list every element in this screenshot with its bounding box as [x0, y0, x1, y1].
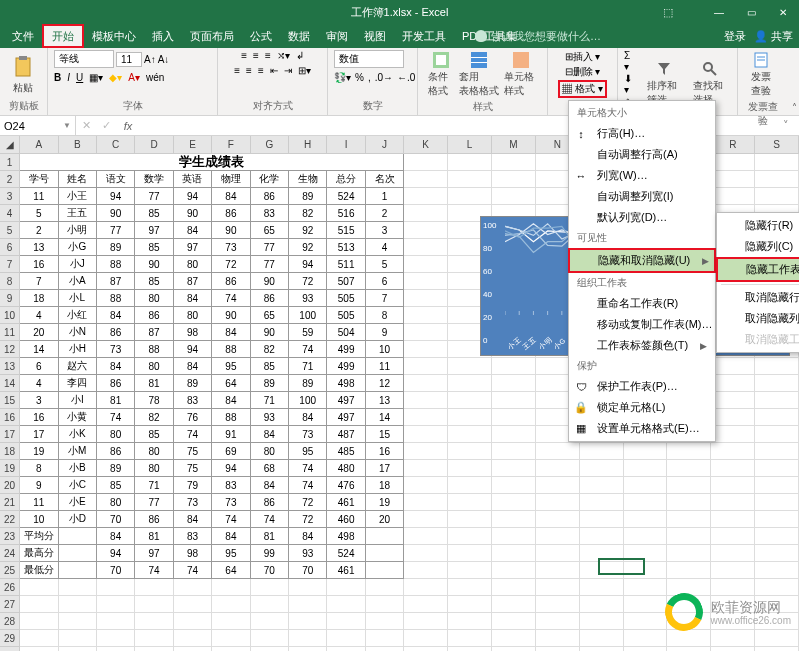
data-cell[interactable]: 80 — [174, 256, 212, 273]
empty-cell[interactable] — [711, 494, 755, 511]
conditional-format-button[interactable]: 条件格式 — [424, 50, 458, 100]
data-cell[interactable]: 89 — [251, 375, 289, 392]
data-cell[interactable]: 99 — [251, 545, 289, 562]
data-cell[interactable]: 74 — [289, 460, 327, 477]
empty-cell[interactable] — [711, 477, 755, 494]
empty-cell[interactable] — [711, 460, 755, 477]
data-cell[interactable]: 74 — [212, 511, 250, 528]
tab-review[interactable]: 审阅 — [318, 24, 356, 48]
data-cell[interactable]: 84 — [97, 528, 135, 545]
empty-cell[interactable] — [135, 647, 173, 651]
data-cell[interactable] — [59, 545, 97, 562]
data-cell[interactable]: 97 — [174, 239, 212, 256]
empty-cell[interactable] — [448, 545, 492, 562]
empty-cell[interactable] — [404, 409, 448, 426]
data-cell[interactable]: 70 — [97, 511, 135, 528]
empty-cell[interactable] — [492, 409, 536, 426]
empty-cell[interactable] — [327, 647, 365, 651]
data-cell[interactable]: 74 — [97, 409, 135, 426]
border-button[interactable]: ▦▾ — [89, 72, 103, 83]
data-cell[interactable]: 4 — [366, 239, 404, 256]
inc-decimal-icon[interactable]: .0→ — [375, 72, 393, 83]
empty-cell[interactable] — [404, 392, 448, 409]
empty-cell[interactable] — [755, 562, 799, 579]
data-cell[interactable]: 20 — [366, 511, 404, 528]
data-cell[interactable]: 85 — [135, 426, 173, 443]
collapse-ribbon-icon[interactable]: ˄ — [792, 102, 797, 113]
data-cell[interactable]: 86 — [251, 494, 289, 511]
data-cell[interactable]: 4 — [20, 375, 58, 392]
data-cell[interactable]: 81 — [135, 375, 173, 392]
data-cell[interactable]: 19 — [366, 494, 404, 511]
empty-cell[interactable] — [755, 460, 799, 477]
table-format-button[interactable]: 套用 表格格式 — [462, 50, 496, 100]
data-cell[interactable]: 460 — [327, 511, 365, 528]
empty-cell[interactable] — [174, 630, 212, 647]
data-cell[interactable]: 5 — [366, 256, 404, 273]
empty-cell[interactable] — [20, 596, 58, 613]
empty-cell[interactable] — [624, 613, 668, 630]
row-header[interactable]: 19 — [0, 460, 20, 477]
empty-cell[interactable] — [448, 528, 492, 545]
empty-cell[interactable] — [492, 562, 536, 579]
empty-cell[interactable] — [135, 596, 173, 613]
data-cell[interactable]: 80 — [174, 307, 212, 324]
data-cell[interactable]: 17 — [366, 460, 404, 477]
data-cell[interactable]: 小黄 — [59, 409, 97, 426]
data-cell[interactable]: 小D — [59, 511, 97, 528]
row-header[interactable]: 4 — [0, 205, 20, 222]
empty-cell[interactable] — [580, 630, 624, 647]
data-cell[interactable]: 89 — [289, 188, 327, 205]
empty-cell[interactable] — [624, 579, 668, 596]
data-cell[interactable]: 79 — [174, 477, 212, 494]
delete-cells-button[interactable]: ⊟删除 ▾ — [565, 65, 601, 79]
data-cell[interactable]: 461 — [327, 562, 365, 579]
data-cell[interactable]: 524 — [327, 545, 365, 562]
data-cell[interactable]: 73 — [97, 341, 135, 358]
data-cell[interactable]: 77 — [135, 494, 173, 511]
menu-unhide-rows[interactable]: 取消隐藏行(O) — [717, 287, 799, 308]
underline-button[interactable]: U — [76, 72, 83, 83]
data-cell[interactable]: 511 — [327, 256, 365, 273]
insert-cells-button[interactable]: ⊞插入 ▾ — [565, 50, 601, 64]
data-cell[interactable]: 9 — [20, 477, 58, 494]
data-cell[interactable]: 20 — [20, 324, 58, 341]
empty-cell[interactable] — [366, 630, 404, 647]
empty-cell[interactable] — [404, 205, 448, 222]
data-cell[interactable] — [59, 528, 97, 545]
align-bottom-icon[interactable]: ≡ — [265, 50, 271, 61]
data-cell[interactable]: 84 — [212, 392, 250, 409]
row-header[interactable]: 26 — [0, 579, 20, 596]
data-cell[interactable]: 93 — [289, 290, 327, 307]
empty-cell[interactable] — [624, 596, 668, 613]
empty-cell[interactable] — [624, 460, 668, 477]
data-cell[interactable]: 82 — [251, 341, 289, 358]
minimize-button[interactable]: — — [703, 0, 735, 24]
empty-cell[interactable] — [20, 579, 58, 596]
row-header[interactable]: 12 — [0, 341, 20, 358]
data-cell[interactable]: 89 — [97, 460, 135, 477]
data-cell[interactable]: 485 — [327, 443, 365, 460]
col-header[interactable]: D — [135, 136, 173, 153]
data-cell[interactable]: 480 — [327, 460, 365, 477]
empty-cell[interactable] — [711, 375, 755, 392]
data-cell[interactable]: 88 — [212, 341, 250, 358]
empty-cell[interactable] — [59, 630, 97, 647]
empty-cell[interactable] — [404, 494, 448, 511]
row-header[interactable]: 17 — [0, 426, 20, 443]
empty-cell[interactable] — [97, 613, 135, 630]
data-cell[interactable]: 8 — [20, 460, 58, 477]
dec-decimal-icon[interactable]: ←.0 — [397, 72, 415, 83]
tab-formulas[interactable]: 公式 — [242, 24, 280, 48]
cancel-icon[interactable]: ✕ — [76, 119, 96, 132]
data-cell[interactable]: 小E — [59, 494, 97, 511]
data-cell[interactable]: 80 — [97, 426, 135, 443]
empty-cell[interactable] — [667, 647, 711, 651]
data-cell[interactable]: 84 — [289, 528, 327, 545]
empty-cell[interactable] — [251, 630, 289, 647]
empty-cell[interactable] — [327, 596, 365, 613]
empty-cell[interactable] — [404, 426, 448, 443]
empty-cell[interactable] — [251, 647, 289, 651]
tab-insert[interactable]: 插入 — [144, 24, 182, 48]
menu-row-height[interactable]: ↕行高(H)… — [569, 123, 715, 144]
